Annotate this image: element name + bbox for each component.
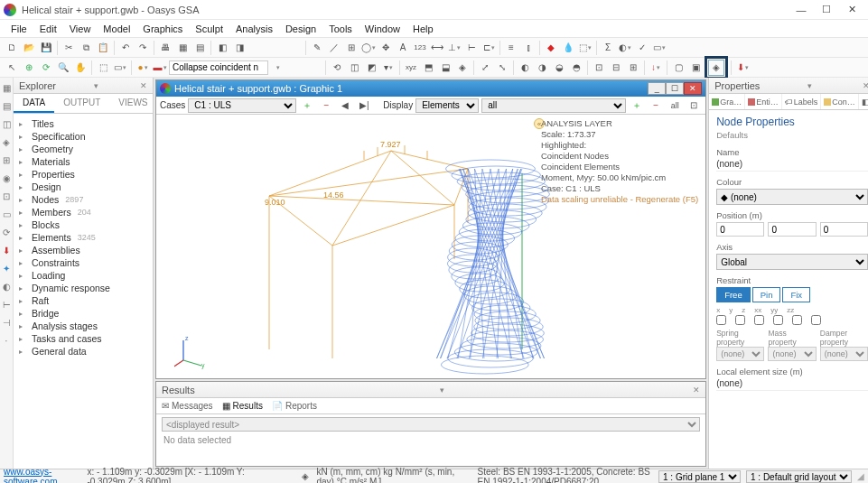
strip-icon[interactable]: ⬇: [0, 244, 13, 256]
dof-zz[interactable]: [811, 315, 821, 325]
tool-icon[interactable]: ▣: [687, 60, 704, 76]
dof-z[interactable]: [754, 315, 764, 325]
proptab-gra[interactable]: Gra…: [709, 94, 745, 109]
tool-icon[interactable]: ▢: [670, 60, 686, 76]
collapse-drop[interactable]: [269, 60, 285, 76]
maximize-button[interactable]: ☐: [814, 2, 839, 18]
arrow-icon[interactable]: ↓: [648, 60, 664, 76]
tree-item[interactable]: ▸Dynamic response: [14, 282, 153, 294]
tab-views[interactable]: VIEWS: [109, 94, 156, 113]
strip-icon[interactable]: ⊡: [0, 190, 13, 202]
filter-opt[interactable]: ⊡: [686, 98, 702, 114]
strip-icon[interactable]: ⊞: [0, 153, 13, 166]
check-icon[interactable]: ✓: [634, 40, 650, 56]
dof-xx[interactable]: [773, 315, 783, 325]
tree-item[interactable]: ▸Constraints: [14, 256, 153, 269]
render-icon[interactable]: ◑: [534, 60, 550, 76]
render-icon[interactable]: ◐: [517, 60, 533, 76]
menu-design[interactable]: Design: [280, 22, 322, 36]
orbit-icon[interactable]: ⟲: [329, 60, 345, 76]
tool-icon[interactable]: ⊥: [446, 40, 462, 56]
strip-icon[interactable]: ◉: [0, 172, 13, 184]
redo-icon[interactable]: ↷: [135, 40, 151, 56]
proptab-labels[interactable]: 🏷Labels: [782, 94, 822, 109]
dof-y[interactable]: [735, 315, 745, 325]
tab-messages[interactable]: ✉Messages: [162, 401, 213, 411]
proptab-enti[interactable]: Enti…: [745, 94, 782, 109]
tab-results[interactable]: ▦Results: [222, 401, 263, 411]
tool-icon[interactable]: ⬇: [734, 60, 751, 76]
localsize-value[interactable]: (none): [716, 376, 868, 391]
copy-icon[interactable]: ⧉: [78, 40, 94, 56]
zoom-icon[interactable]: 🔍: [55, 60, 71, 76]
tool-icon[interactable]: ⊏: [481, 40, 497, 56]
pin-icon[interactable]: ▾: [94, 81, 98, 90]
tool-icon[interactable]: ⟷: [429, 40, 445, 56]
explorer-close[interactable]: ✕: [140, 81, 147, 90]
restraint-fix[interactable]: Fix: [782, 287, 810, 302]
new-icon[interactable]: 🗋: [4, 40, 20, 56]
properties-close[interactable]: ✕: [863, 81, 868, 90]
elem-mark-icon[interactable]: ▬: [152, 60, 168, 76]
restraint-free[interactable]: Free: [716, 287, 751, 302]
close-button[interactable]: ✕: [839, 2, 864, 18]
cut-icon[interactable]: ✂: [61, 40, 77, 56]
tool-icon[interactable]: ◐: [617, 40, 633, 56]
tree-item[interactable]: ▸Titles: [14, 117, 153, 130]
view-drop[interactable]: ▾: [380, 60, 397, 76]
sigma-icon[interactable]: Σ: [600, 40, 616, 56]
tool-icon[interactable]: ⊞: [625, 60, 641, 76]
axis-icon[interactable]: xyz: [403, 60, 419, 76]
tree-item[interactable]: ▸Specification: [14, 130, 153, 143]
num-icon[interactable]: 123: [412, 40, 428, 56]
tool-icon[interactable]: ⊡: [591, 60, 607, 76]
colour-select[interactable]: ◆ (none): [716, 189, 868, 205]
filter-select[interactable]: all: [481, 98, 626, 113]
plan-icon[interactable]: ⬒: [420, 60, 436, 76]
open-icon[interactable]: 📂: [21, 40, 37, 56]
menu-window[interactable]: Window: [359, 22, 406, 36]
paste-icon[interactable]: 📋: [95, 40, 111, 56]
pan-icon[interactable]: ✋: [72, 60, 89, 76]
pin-icon[interactable]: ▾: [440, 385, 444, 395]
tool-icon[interactable]: ▭: [651, 40, 667, 56]
tab-reports[interactable]: 📄Reports: [272, 401, 317, 411]
display-select[interactable]: Elements: [415, 98, 479, 113]
minimize-button[interactable]: —: [789, 2, 814, 18]
tree-item[interactable]: ▸Materials: [14, 155, 153, 168]
render-icon[interactable]: ◓: [568, 60, 584, 76]
tool-icon[interactable]: ▤: [191, 40, 208, 56]
strip-icon[interactable]: ⊣: [0, 316, 13, 329]
menu-edit[interactable]: Edit: [34, 22, 62, 36]
pos-y[interactable]: [768, 222, 816, 237]
tool-icon[interactable]: ◧: [214, 40, 230, 56]
status-gridplane[interactable]: 1 : Grid plane 1: [658, 470, 741, 483]
tree-item[interactable]: ▸Loading: [14, 269, 153, 282]
align-icon[interactable]: ⫿: [520, 40, 537, 56]
results-close[interactable]: ✕: [693, 385, 700, 395]
status-link[interactable]: www.oasys-software.com: [4, 467, 79, 484]
dim-icon[interactable]: ⊢: [463, 40, 480, 56]
status-gridlayout[interactable]: 1 : Default grid layout: [746, 470, 852, 483]
select-icon[interactable]: ⬚: [95, 60, 111, 76]
spring-select[interactable]: (none): [716, 347, 764, 361]
perspective-icon[interactable]: ◩: [363, 60, 379, 76]
tree-item[interactable]: ▸Members204: [14, 206, 153, 218]
axis-select[interactable]: Global: [716, 254, 868, 270]
tree-item[interactable]: ▸Analysis stages: [14, 320, 153, 332]
select-mode-icon[interactable]: ▭: [112, 60, 128, 76]
line-icon[interactable]: ／: [326, 40, 342, 56]
strip-icon[interactable]: ▦: [0, 81, 13, 94]
print-icon[interactable]: 🖶: [157, 40, 173, 56]
tree-item[interactable]: ▸Raft: [14, 294, 153, 307]
menu-view[interactable]: View: [64, 22, 97, 36]
scale-icon[interactable]: ⤡: [494, 60, 510, 76]
menu-file[interactable]: File: [5, 22, 33, 36]
tool-icon[interactable]: ⬚: [577, 40, 593, 56]
target-icon[interactable]: ⊕: [21, 60, 37, 76]
tool-icon[interactable]: ◨: [231, 40, 247, 56]
strip-icon[interactable]: ▭: [0, 208, 13, 220]
rotate-icon[interactable]: ⟳: [38, 60, 54, 76]
save-icon[interactable]: 💾: [38, 40, 54, 56]
tree-item[interactable]: ▸General data: [14, 345, 153, 358]
